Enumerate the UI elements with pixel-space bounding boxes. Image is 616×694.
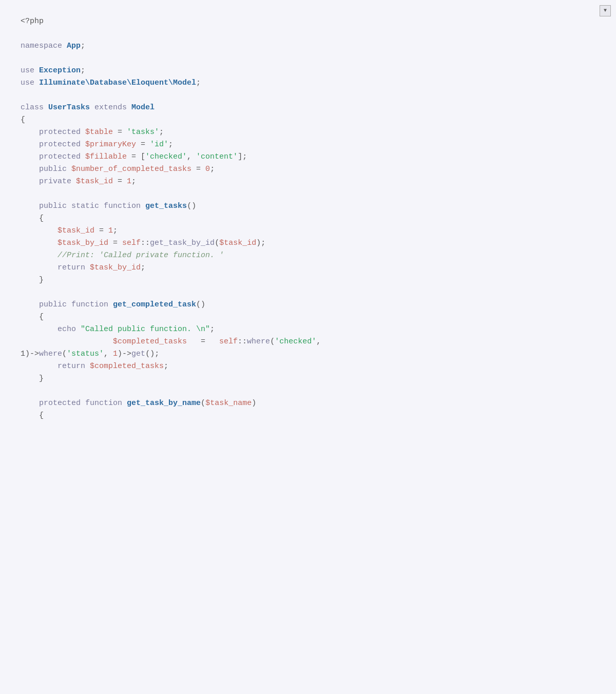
plain-token bbox=[99, 202, 104, 210]
keyword-token: namespace bbox=[21, 42, 67, 50]
plain-token: ); bbox=[256, 239, 265, 247]
code-line: use Illuminate\Database\Eloquent\Model; bbox=[21, 77, 595, 89]
plain-token: ; bbox=[81, 66, 85, 75]
plain-token: ( bbox=[215, 239, 219, 247]
plain-token: ; bbox=[168, 140, 173, 149]
plain-token bbox=[21, 239, 57, 247]
code-line bbox=[21, 52, 595, 65]
variable-token: $task_name bbox=[205, 399, 252, 408]
string-token: 'checked' bbox=[145, 152, 187, 161]
code-line: { bbox=[21, 410, 595, 422]
plain-token bbox=[141, 202, 145, 210]
string-token: "Called public function. \n" bbox=[81, 325, 210, 334]
variable-token: $primaryKey bbox=[85, 140, 136, 149]
plain-token: ( bbox=[201, 399, 205, 408]
plain-token: ) bbox=[252, 399, 256, 408]
code-line: public function get_completed_task() bbox=[21, 299, 595, 311]
keyword-token: private bbox=[39, 177, 71, 186]
keyword-token: return bbox=[57, 263, 85, 272]
class-name-token: Illuminate\Database\Eloquent\Model bbox=[39, 79, 196, 87]
method-call-token: get_task_by_id bbox=[150, 239, 215, 247]
code-line: return $completed_tasks; bbox=[21, 360, 595, 373]
class-name-token: App bbox=[67, 42, 81, 50]
method-call-token: where bbox=[39, 350, 62, 358]
code-line: return $task_by_id; bbox=[21, 262, 595, 274]
code-content: <?php namespace App; use Exception;use I… bbox=[21, 15, 595, 422]
plain-token: ; bbox=[131, 177, 136, 186]
scroll-button[interactable]: ▼ bbox=[600, 5, 611, 16]
plain-token bbox=[81, 399, 85, 408]
code-line: public $number_of_completed_tasks = 0; bbox=[21, 163, 595, 176]
plain-token: = bbox=[113, 177, 127, 186]
plain-token: { bbox=[21, 313, 44, 321]
plain-token: { bbox=[21, 411, 44, 420]
keyword-token: public bbox=[39, 165, 67, 174]
plain-token bbox=[81, 140, 85, 149]
variable-token: $task_by_id bbox=[90, 263, 141, 272]
plain-token: ; bbox=[210, 165, 215, 174]
plain-token: , bbox=[187, 152, 196, 161]
plain-token: , bbox=[104, 350, 113, 358]
keyword-token: public bbox=[39, 202, 67, 210]
code-line: 1)->where('status', 1)->get(); bbox=[21, 348, 595, 360]
self-kw-token: self bbox=[219, 337, 238, 346]
class-name-token: UserTasks bbox=[48, 103, 90, 112]
plain-token bbox=[67, 300, 71, 309]
code-line: protected $primaryKey = 'id'; bbox=[21, 139, 595, 151]
code-line: class UserTasks extends Model bbox=[21, 102, 595, 114]
code-line bbox=[21, 385, 595, 397]
string-token: 'status' bbox=[67, 350, 104, 358]
keyword-token: public bbox=[39, 300, 67, 309]
plain-token bbox=[67, 202, 71, 210]
plain-token: } bbox=[21, 276, 44, 284]
variable-token: $number_of_completed_tasks bbox=[71, 165, 191, 174]
code-line bbox=[21, 188, 595, 200]
plain-token: ; bbox=[113, 226, 118, 235]
plain-token bbox=[21, 337, 113, 346]
plain-token: { bbox=[21, 214, 44, 223]
self-kw-token: self bbox=[122, 239, 141, 247]
code-line: use Exception; bbox=[21, 65, 595, 77]
plain-token: ( bbox=[270, 337, 275, 346]
plain-token: = [ bbox=[127, 152, 145, 161]
plain-token: = bbox=[108, 239, 122, 247]
code-line bbox=[21, 286, 595, 299]
variable-token: $completed_tasks bbox=[90, 362, 164, 371]
keyword-token: static bbox=[71, 202, 99, 210]
plain-token bbox=[21, 399, 39, 408]
plain-token: = bbox=[113, 128, 127, 137]
keyword-token: protected bbox=[39, 399, 81, 408]
plain-token bbox=[85, 263, 90, 272]
number-token: 1 bbox=[108, 226, 113, 235]
string-token: 'checked' bbox=[275, 337, 316, 346]
plain-token: ; bbox=[141, 263, 145, 272]
code-line bbox=[21, 89, 595, 102]
code-line: protected $fillable = ['checked', 'conte… bbox=[21, 151, 595, 163]
php-tag-token: <?php bbox=[21, 17, 44, 26]
code-line: protected $table = 'tasks'; bbox=[21, 126, 595, 139]
code-line: protected function get_task_by_name($tas… bbox=[21, 397, 595, 410]
keyword-token: use bbox=[21, 66, 39, 75]
plain-token bbox=[21, 140, 39, 149]
plain-token bbox=[21, 325, 57, 334]
plain-token bbox=[85, 362, 90, 371]
code-line: private $task_id = 1; bbox=[21, 176, 595, 188]
method-call-token: get bbox=[131, 350, 145, 358]
plain-token: = bbox=[136, 140, 150, 149]
comment-token: //Print: 'Called private function. ' bbox=[57, 251, 224, 260]
code-line: { bbox=[21, 114, 595, 126]
plain-token: = bbox=[94, 226, 108, 235]
keyword-token: function bbox=[85, 399, 122, 408]
plain-token bbox=[67, 165, 71, 174]
plain-token: :: bbox=[238, 337, 247, 346]
class-name-token: Exception bbox=[39, 66, 81, 75]
plain-token: () bbox=[187, 202, 196, 210]
plain-token bbox=[21, 128, 39, 137]
number-token: 1 bbox=[113, 350, 118, 358]
plain-token bbox=[122, 399, 127, 408]
code-line: <?php bbox=[21, 15, 595, 28]
class-name-token: Model bbox=[131, 103, 155, 112]
plain-token: , bbox=[316, 337, 321, 346]
plain-token bbox=[21, 263, 57, 272]
code-line: echo "Called public function. \n"; bbox=[21, 323, 595, 336]
